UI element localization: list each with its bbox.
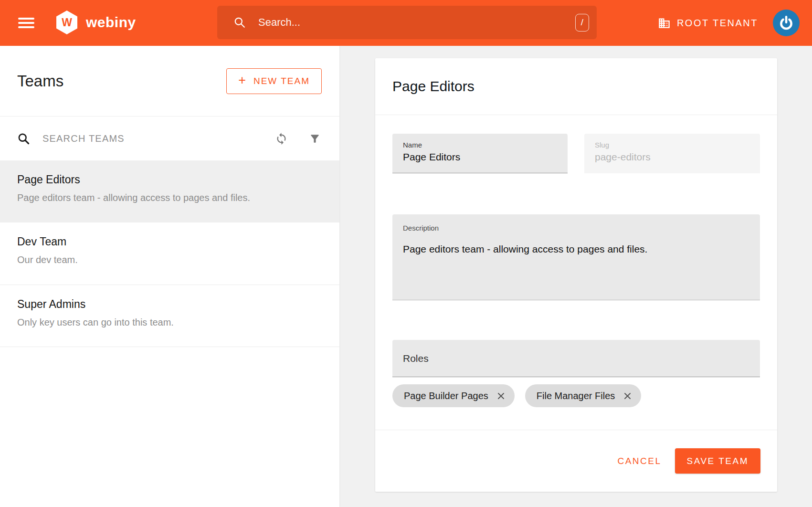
search-icon — [17, 132, 30, 145]
team-details-panel: Page Editors Name Slug De — [339, 46, 812, 507]
page-title: Teams — [17, 72, 63, 90]
brand-name: webiny — [86, 14, 136, 31]
team-form-card: Page Editors Name Slug De — [375, 58, 777, 492]
team-list-item-super-admins[interactable]: Super Admins Only key users can go into … — [0, 285, 339, 347]
team-list-item-page-editors[interactable]: Page Editors Page editors team - allowin… — [0, 160, 339, 222]
form-body: Name Slug Description Page editors team … — [375, 115, 777, 430]
app-window: W webiny / ROOT TENANT — [0, 0, 812, 507]
team-name: Page Editors — [17, 173, 322, 186]
roles-label: Roles — [403, 353, 429, 364]
global-search: / — [217, 6, 597, 39]
power-icon — [778, 15, 794, 31]
top-bar-right: ROOT TENANT — [658, 0, 800, 46]
chip-file-manager-files: File Manager Files — [525, 384, 642, 407]
hamburger-menu-icon[interactable] — [18, 18, 34, 28]
description-textarea[interactable]: Page editors team - allowing access to p… — [403, 243, 749, 300]
team-description: Only key users can go into this team. — [17, 317, 322, 328]
user-avatar[interactable] — [773, 10, 800, 36]
chip-label: Page Builder Pages — [404, 391, 488, 401]
team-name: Dev Team — [17, 235, 322, 248]
webiny-logo: W webiny — [56, 11, 136, 34]
search-icon — [233, 16, 246, 29]
description-field: Description Page editors team - allowing… — [392, 214, 760, 300]
webiny-hexagon-icon: W — [56, 11, 77, 34]
top-bar: W webiny / ROOT TENANT — [0, 0, 812, 46]
form-title: Page Editors — [392, 78, 475, 95]
team-list: Page Editors Page editors team - allowin… — [0, 160, 339, 347]
svg-text:W: W — [62, 16, 72, 29]
filter-icon — [309, 133, 321, 145]
slug-field: Slug — [584, 134, 760, 173]
team-description: Page editors team - allowing access to p… — [17, 192, 322, 203]
description-label: Description — [403, 224, 749, 232]
search-shortcut-key: / — [575, 14, 589, 32]
roles-chips: Page Builder Pages File Manager Files — [392, 384, 760, 407]
filter-button[interactable] — [309, 133, 321, 145]
slug-input — [595, 151, 749, 163]
name-input[interactable] — [403, 151, 557, 163]
team-name: Super Admins — [17, 298, 322, 311]
save-team-button[interactable]: SAVE TEAM — [675, 448, 761, 474]
cancel-button[interactable]: CANCEL — [611, 456, 668, 466]
plus-icon: + — [238, 74, 247, 87]
refresh-button[interactable] — [275, 132, 288, 145]
roles-field[interactable]: Roles — [392, 340, 760, 377]
refresh-icon — [275, 132, 288, 145]
teams-list-panel: Teams + NEW TEAM — [0, 46, 339, 507]
form-footer: CANCEL SAVE TEAM — [375, 430, 777, 492]
global-search-input[interactable] — [258, 16, 575, 29]
name-field: Name — [392, 134, 568, 173]
chip-label: File Manager Files — [537, 391, 615, 401]
team-list-item-dev-team[interactable]: Dev Team Our dev team. — [0, 222, 339, 285]
name-label: Name — [403, 141, 557, 149]
tenant-name: ROOT TENANT — [677, 18, 758, 29]
slug-label: Slug — [595, 141, 749, 149]
remove-chip-icon[interactable] — [496, 391, 506, 401]
team-description: Our dev team. — [17, 254, 322, 265]
form-header: Page Editors — [375, 58, 777, 115]
chip-page-builder-pages: Page Builder Pages — [392, 384, 515, 407]
remove-chip-icon[interactable] — [623, 391, 632, 401]
teams-search-bar — [0, 116, 339, 160]
building-icon — [658, 17, 671, 30]
new-team-button[interactable]: + NEW TEAM — [226, 68, 322, 94]
teams-search-input[interactable] — [42, 133, 275, 144]
teams-header: Teams + NEW TEAM — [0, 46, 339, 116]
tenant-selector[interactable]: ROOT TENANT — [658, 17, 758, 30]
